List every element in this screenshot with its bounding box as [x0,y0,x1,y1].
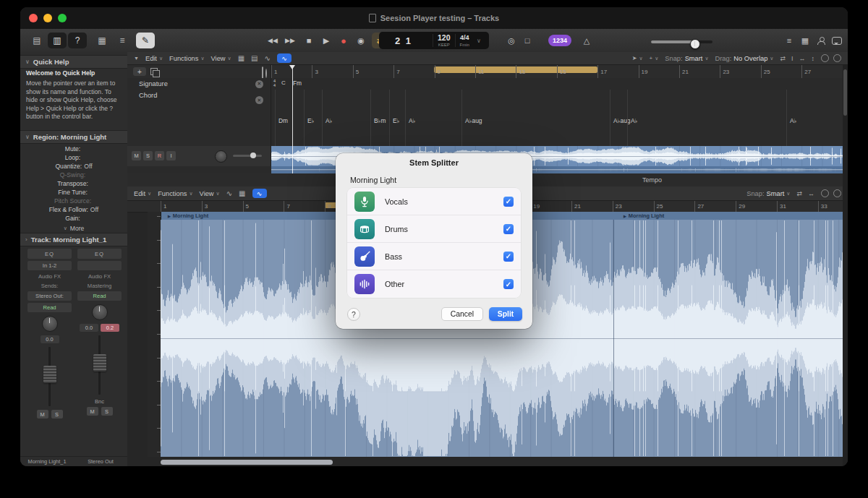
region-parameter-row[interactable]: Q-Swing: [20,171,127,179]
stem-checkbox-bass[interactable]: ✓ [503,252,514,262]
quick-help-header[interactable]: ∨ Quick Help [20,55,127,69]
filter-icon[interactable]: ▼ [134,56,139,61]
lcd-display[interactable]: 2 1 120 KEEP 4/4 Fmin ∨ [379,32,489,49]
first-chord-marker[interactable]: Fm [293,80,302,87]
close-chord-icon[interactable]: ✕ [255,96,263,104]
command-tool-menu[interactable]: +∨ [650,55,659,61]
chord-lane[interactable]: DmE♭A♭B♭mE♭A♭A♭augA♭augA♭A♭ [271,90,843,146]
metronome-icon[interactable]: △ [579,33,595,48]
cancel-button[interactable]: Cancel [441,307,483,321]
rewind-button[interactable]: ◀◀ [265,33,281,48]
zoom-vertical-icon[interactable]: ↕ [812,55,815,62]
region-parameter-row[interactable]: Fine Tune: [20,188,127,197]
stem-row-drums[interactable]: Drums✓ [347,215,521,243]
solo-icon[interactable]: □ [519,33,535,48]
pan-value[interactable]: 0.0 [80,324,98,332]
scrollbar-thumb[interactable] [843,69,847,116]
split-button[interactable]: Split [489,307,522,321]
region-parameter-row[interactable]: Loop: [20,153,127,162]
region-parameter-row[interactable]: Transpose: [20,179,127,188]
input-slot[interactable] [77,261,122,270]
snap-menu[interactable]: Snap:Smart∨ [665,55,708,62]
stem-row-other[interactable]: Other✓ [347,270,521,298]
chord-marker[interactable]: A♭ [322,90,333,146]
edit-menu[interactable]: Edit∨ [145,55,163,62]
tempo-tab[interactable]: Tempo [642,173,662,186]
grid-view-icon[interactable]: ▦ [238,54,244,62]
text-cursor-icon[interactable]: I [791,55,793,62]
zoom-slider-h[interactable] [821,54,829,62]
solo-button[interactable]: S [51,410,63,418]
count-in-button[interactable]: 1234 [548,35,571,46]
track-view-icon[interactable]: ▤ [251,54,258,62]
zoom-slider-v[interactable] [833,189,841,197]
pan-knob[interactable] [92,304,108,320]
automation-mode[interactable]: Read [27,303,72,312]
pan-knob[interactable] [42,316,58,332]
help-button[interactable]: ? [347,308,360,321]
vertical-scrollbar[interactable] [843,65,848,466]
view-menu[interactable]: View∨ [211,55,231,62]
region-more-toggle[interactable]: ∨ More [20,224,127,233]
stem-row-vocals[interactable]: Vocals✓ [347,188,521,215]
audio-fx-label[interactable]: Audio FX [38,272,61,280]
editor-edit-menu[interactable]: Edit∨ [134,190,151,197]
stem-checkbox-other[interactable]: ✓ [503,279,514,289]
chord-marker[interactable]: E♭ [389,90,400,146]
list-editors-icon[interactable]: ≡ [781,33,797,48]
editor-functions-menu[interactable]: Functions∨ [158,190,192,197]
region-parameter-row[interactable]: Mute: [20,145,127,153]
scrollbar-thumb[interactable] [161,460,333,465]
pencil-tool-icon[interactable]: ✎ [136,33,155,48]
region-inspector-header[interactable]: ∨ Region: Morning Light [20,130,127,144]
region-parameter-row[interactable]: Gain: [20,214,127,223]
master-volume-slider[interactable] [651,40,712,43]
fader-cap[interactable] [93,354,106,372]
editor-automation-icon[interactable]: ∿ [226,189,232,197]
bar-ruler[interactable]: 13579111315171921232527 [271,65,843,78]
stem-checkbox-drums[interactable]: ✓ [503,224,514,234]
region-parameter-row[interactable]: Flex & Follow:Off [20,205,127,214]
time-signature-marker[interactable]: 44 [273,80,276,88]
quick-help-icon[interactable]: ? [68,33,87,48]
chord-marker[interactable]: A♭ [405,90,416,146]
fader-cap[interactable] [43,366,56,383]
play-button[interactable]: ▶ [318,33,334,48]
solo-button[interactable]: S [101,407,113,416]
key-marker[interactable]: C [281,80,286,86]
pointer-tool-menu[interactable]: ➤∨ [632,55,643,61]
capture-button[interactable]: ◉ [353,33,369,48]
zoom-slider-h[interactable] [821,189,829,197]
automation-icon[interactable]: ∿ [265,54,271,62]
editor-snap-menu[interactable]: Snap:Smart∨ [746,190,790,197]
track-m-button[interactable]: M [132,151,141,160]
zoom-slider-v[interactable] [833,54,841,62]
close-signature-icon[interactable]: ✕ [255,80,263,88]
record-button[interactable]: ● [336,33,352,48]
pan-value[interactable]: 0.0 [41,335,59,343]
track-i-button[interactable]: I [166,151,176,160]
input-slot[interactable]: In 1-2 [27,261,72,270]
tuner-icon[interactable]: ◎ [503,33,519,48]
chord-marker[interactable]: A♭ [627,90,638,146]
collaboration-icon[interactable] [813,33,829,48]
playhead[interactable] [292,65,293,173]
drag-menu[interactable]: Drag:No Overlap∨ [715,55,774,62]
zoom-horizontal-icon[interactable]: ↔ [808,190,814,197]
functions-menu[interactable]: Functions∨ [169,55,204,62]
region-parameter-row[interactable]: Quantize:Off [20,162,127,171]
chord-marker[interactable]: E♭ [304,90,315,146]
mute-button[interactable]: M [37,410,48,418]
browser-icon[interactable]: ▦ [797,33,813,48]
volume-fader[interactable] [27,347,72,406]
region-parameter-row[interactable]: Pitch Source: [20,197,127,205]
chord-marker[interactable]: A♭ [786,90,797,146]
mixer-icon[interactable]: ▦ [93,33,111,48]
inspector-icon[interactable]: ▥ [48,33,67,48]
zoom-horizontal-icon[interactable]: ↔ [799,55,806,62]
output-slot[interactable]: Stereo Out: [27,291,72,301]
forward-button[interactable]: ▶▶ [282,33,298,48]
mastering-label[interactable]: Mastering [88,282,111,289]
chord-marker[interactable]: A♭aug [461,90,482,146]
track-s-button[interactable]: S [143,151,153,160]
